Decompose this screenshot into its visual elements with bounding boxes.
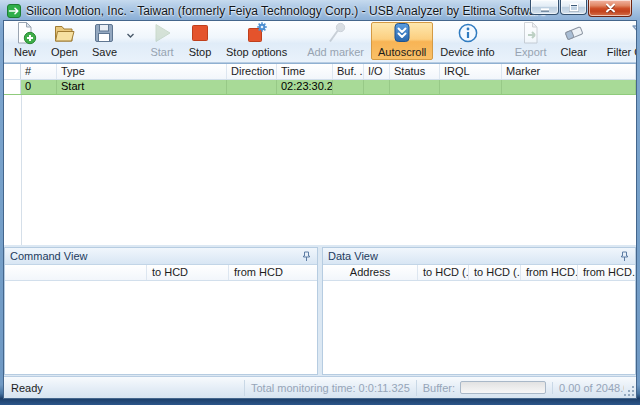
save-floppy-icon [92, 21, 116, 45]
add-marker-button: Add marker [300, 22, 371, 60]
window-title: Silicon Motion, Inc. - Taiwan (formerly … [26, 4, 546, 18]
data-view-title: Data View [328, 250, 378, 262]
open-button[interactable]: Open [44, 22, 85, 60]
app-window: Silicon Motion, Inc. - Taiwan (formerly … [0, 0, 640, 405]
event-grid-header: # Type Direction Time Buf. ... I/O Statu… [4, 64, 636, 80]
column-header-number[interactable]: # [21, 64, 57, 79]
dock-panels: Command View to HCD from HCD Data View [4, 245, 636, 376]
open-button-label: Open [51, 46, 78, 58]
autoscroll-icon [390, 21, 414, 45]
client-area: New Open Save [3, 20, 637, 399]
new-button-label: New [14, 46, 36, 58]
command-column-from-hcd[interactable]: from HCD [229, 265, 317, 280]
buffer-section: Buffer: [416, 380, 552, 396]
command-column-to-hcd[interactable]: to HCD [147, 265, 229, 280]
pin-icon[interactable] [619, 251, 630, 262]
column-header-type[interactable]: Type [57, 64, 227, 79]
minimize-icon [540, 3, 550, 12]
cell-buffer [333, 80, 364, 94]
cell-irql [440, 80, 502, 94]
column-header-irql[interactable]: IRQL [440, 64, 502, 79]
data-column-from-hcd-2[interactable]: from HCD... [578, 265, 635, 280]
column-header-status[interactable]: Status [390, 64, 440, 79]
data-view-panel: Data View Address to HCD (... to HCD (..… [322, 247, 636, 375]
export-button: Export [508, 22, 554, 60]
minimize-button[interactable] [530, 0, 559, 15]
start-button: Start [143, 22, 181, 60]
open-folder-icon [52, 21, 76, 45]
command-view-header: to HCD from HCD [5, 265, 317, 281]
cell-type: Start [57, 80, 227, 94]
data-view-body[interactable] [323, 281, 635, 374]
app-icon [7, 4, 21, 18]
toolbar: New Open Save [4, 21, 636, 63]
device-info-button-label: Device info [440, 46, 494, 58]
cell-io [364, 80, 390, 94]
filter-on-off-button[interactable]: Filter ON/OFF [600, 22, 636, 60]
stop-button[interactable]: Stop [181, 22, 219, 60]
chevron-down-icon [127, 33, 134, 38]
command-view-title: Command View [10, 250, 87, 262]
stop-button-label: Stop [189, 46, 212, 58]
eraser-icon [562, 21, 586, 45]
event-grid: # Type Direction Time Buf. ... I/O Statu… [4, 63, 636, 245]
save-button[interactable]: Save [85, 22, 124, 60]
new-document-icon [13, 21, 37, 45]
command-column-empty [5, 265, 147, 280]
clear-button-label: Clear [561, 46, 587, 58]
column-header-buffer[interactable]: Buf. ... [333, 64, 364, 79]
clear-button[interactable]: Clear [554, 22, 594, 60]
data-column-from-hcd-1[interactable]: from HCD... [521, 265, 578, 280]
data-column-to-hcd-1[interactable]: to HCD (... [418, 265, 469, 280]
data-column-address[interactable]: Address [323, 265, 418, 280]
filter-funnel-icon [629, 21, 636, 45]
resize-grip[interactable] [624, 384, 636, 398]
monitoring-time-text: Total monitoring time: 0:0:11.325 [244, 380, 416, 396]
stop-square-icon [188, 21, 212, 45]
cell-time: 02:23:30.291 [277, 80, 333, 94]
data-view-header: Address to HCD (... to HCD (... from HCD… [323, 265, 635, 281]
row-indicator-cell [4, 80, 21, 94]
data-view-titlebar: Data View [323, 248, 635, 265]
buffer-value-text: 0.00 of 2048.0 [552, 382, 624, 394]
cell-status [390, 80, 440, 94]
add-marker-button-label: Add marker [307, 46, 364, 58]
maximize-icon [569, 3, 579, 12]
new-button[interactable]: New [6, 22, 44, 60]
status-bar: Ready Total monitoring time: 0:0:11.325 … [4, 376, 636, 398]
stop-options-button[interactable]: Stop options [219, 22, 294, 60]
save-dropdown-button[interactable] [124, 22, 137, 60]
maximize-button[interactable] [560, 0, 587, 15]
start-button-label: Start [150, 46, 173, 58]
autoscroll-button[interactable]: Autoscroll [371, 22, 433, 60]
command-view-titlebar: Command View [5, 248, 317, 265]
column-header-time[interactable]: Time [277, 64, 333, 79]
export-icon [519, 21, 543, 45]
data-column-to-hcd-2[interactable]: to HCD (... [469, 265, 521, 280]
cell-number: 0 [21, 80, 57, 94]
device-info-button[interactable]: Device info [433, 22, 501, 60]
column-header-marker[interactable]: Marker [502, 64, 636, 79]
export-button-label: Export [515, 46, 547, 58]
command-view-panel: Command View to HCD from HCD [4, 247, 318, 375]
filter-on-off-button-label: Filter ON/OFF [607, 46, 636, 58]
close-button[interactable] [588, 0, 632, 17]
column-header-direction[interactable]: Direction [227, 64, 277, 79]
table-row-selected[interactable]: 0 Start 02:23:30.291 [4, 80, 636, 95]
stop-options-gear-icon [245, 21, 269, 45]
command-view-body[interactable] [5, 281, 317, 374]
close-icon [605, 3, 616, 13]
event-grid-empty-area[interactable] [4, 95, 636, 245]
marker-pin-icon [324, 21, 348, 45]
buffer-label: Buffer: [423, 382, 455, 394]
save-button-label: Save [92, 46, 117, 58]
status-ready-text: Ready [4, 382, 244, 394]
status-right-group: Total monitoring time: 0:0:11.325 Buffer… [244, 377, 636, 398]
caption-buttons [529, 0, 632, 17]
column-header-io[interactable]: I/O [364, 64, 390, 79]
pin-icon[interactable] [301, 251, 312, 262]
cell-direction [227, 80, 277, 94]
autoscroll-button-label: Autoscroll [378, 46, 426, 58]
info-icon [456, 21, 480, 45]
start-play-icon [150, 21, 174, 45]
